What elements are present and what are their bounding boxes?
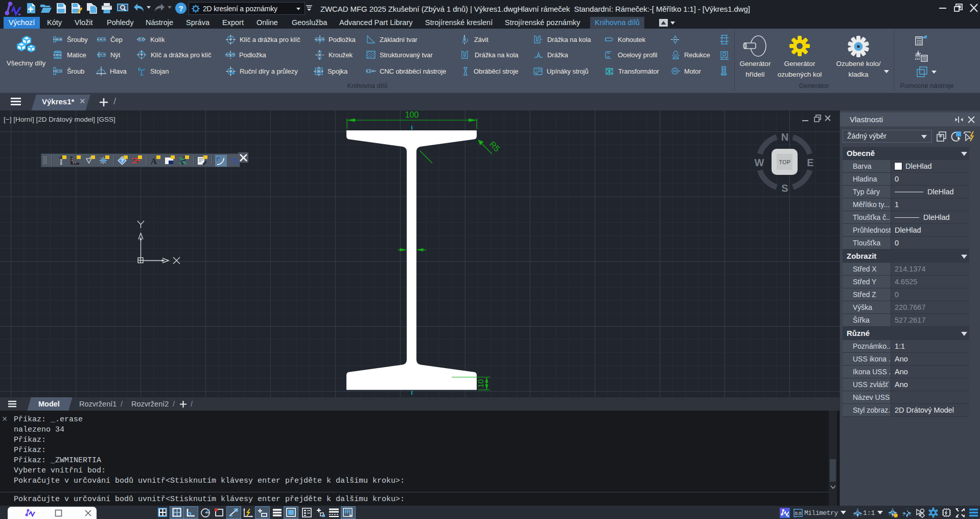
svg-text:?: ? (178, 4, 183, 13)
svg-text:E: E (807, 157, 813, 168)
svg-text:?: ? (121, 158, 124, 164)
svg-text:N: N (781, 131, 788, 143)
svg-text:A: A (151, 156, 157, 166)
svg-text:10: 10 (476, 379, 485, 388)
svg-text:100: 100 (405, 110, 419, 119)
svg-text:R5: R5 (488, 140, 502, 153)
svg-text:TOP: TOP (779, 159, 791, 165)
svg-text:S: S (781, 183, 788, 194)
svg-text:0.0: 0.0 (795, 511, 802, 516)
svg-text:W: W (755, 157, 764, 168)
svg-text:?: ? (231, 156, 236, 165)
